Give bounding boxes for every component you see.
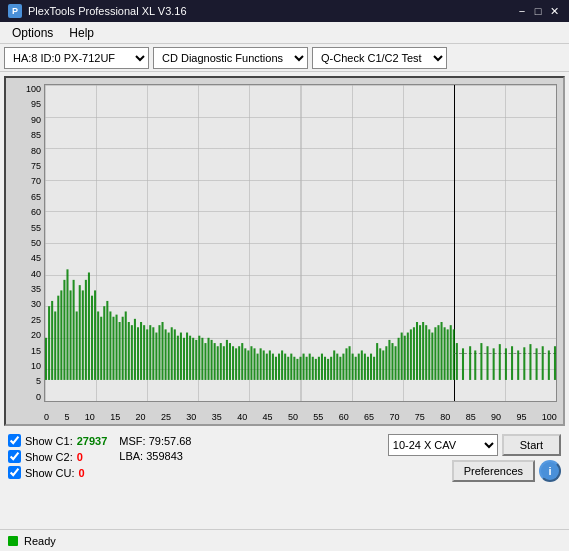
- svg-rect-68: [253, 348, 255, 380]
- svg-rect-1: [48, 306, 50, 380]
- svg-rect-30: [137, 327, 139, 380]
- svg-rect-100: [352, 354, 354, 380]
- lba-label: LBA:: [119, 450, 143, 462]
- speed-select[interactable]: 10-24 X CAV 4X 8X 16X 24X 32X 48X: [388, 434, 498, 456]
- svg-rect-120: [413, 327, 415, 380]
- svg-rect-37: [158, 325, 160, 380]
- menu-options[interactable]: Options: [4, 24, 61, 42]
- svg-rect-115: [398, 338, 400, 380]
- svg-rect-96: [339, 357, 341, 380]
- menu-help[interactable]: Help: [61, 24, 102, 42]
- preferences-button[interactable]: Preferences: [452, 460, 535, 482]
- svg-rect-64: [241, 343, 243, 380]
- svg-rect-45: [183, 338, 185, 380]
- chart-container: 100 95 90 85 80 75 70 65 60 55 50 45 40 …: [4, 76, 565, 426]
- close-button[interactable]: ✕: [547, 4, 561, 18]
- svg-rect-126: [431, 333, 433, 380]
- svg-rect-103: [361, 350, 363, 379]
- svg-rect-147: [536, 348, 538, 380]
- svg-rect-124: [425, 325, 427, 380]
- svg-rect-86: [309, 354, 311, 380]
- svg-rect-102: [358, 354, 360, 380]
- svg-rect-15: [91, 296, 93, 380]
- show-cu-label: Show CU:: [25, 467, 75, 479]
- svg-rect-146: [529, 344, 531, 380]
- show-c2-checkbox[interactable]: [8, 450, 21, 463]
- chart-svg: [45, 85, 556, 401]
- svg-rect-145: [523, 347, 525, 380]
- svg-rect-123: [422, 322, 424, 380]
- c1-value: 27937: [77, 435, 108, 447]
- svg-rect-39: [165, 329, 167, 380]
- show-c1-checkbox[interactable]: [8, 434, 21, 447]
- svg-rect-139: [487, 346, 489, 380]
- svg-rect-8: [70, 290, 72, 380]
- svg-rect-150: [554, 346, 556, 380]
- svg-rect-92: [327, 359, 329, 380]
- svg-rect-82: [296, 359, 298, 380]
- test-select[interactable]: Q-Check C1/C2 Test: [312, 47, 447, 69]
- svg-rect-110: [382, 350, 384, 379]
- chart-plot-area: [44, 84, 557, 402]
- svg-rect-38: [162, 322, 164, 380]
- msf-group: MSF: 79:57.68 LBA: 359843: [119, 434, 191, 462]
- svg-rect-65: [244, 348, 246, 380]
- start-button[interactable]: Start: [502, 434, 561, 456]
- svg-rect-19: [103, 306, 105, 380]
- svg-rect-17: [97, 311, 99, 379]
- svg-rect-53: [207, 338, 209, 380]
- svg-rect-90: [321, 354, 323, 380]
- svg-rect-2: [51, 301, 53, 380]
- svg-rect-66: [247, 350, 249, 379]
- svg-rect-69: [257, 354, 259, 380]
- function-select[interactable]: CD Diagnostic Functions: [153, 47, 308, 69]
- c2-row: Show C2: 0: [8, 450, 107, 463]
- svg-rect-55: [214, 343, 216, 380]
- svg-rect-49: [195, 340, 197, 380]
- drive-select[interactable]: HA:8 ID:0 PX-712UF: [4, 47, 149, 69]
- y-axis: 100 95 90 85 80 75 70 65 60 55 50 45 40 …: [6, 84, 44, 402]
- cu-value: 0: [79, 467, 85, 479]
- svg-rect-88: [315, 359, 317, 380]
- svg-rect-111: [385, 346, 387, 380]
- svg-rect-41: [171, 327, 173, 380]
- svg-rect-33: [146, 329, 148, 380]
- svg-rect-80: [290, 354, 292, 380]
- svg-rect-42: [174, 329, 176, 380]
- svg-rect-112: [388, 340, 390, 380]
- svg-rect-95: [336, 354, 338, 380]
- svg-rect-26: [125, 311, 127, 379]
- cu-row: Show CU: 0: [8, 466, 107, 479]
- svg-rect-119: [410, 329, 412, 380]
- msf-row: MSF: 79:57.68: [119, 435, 191, 447]
- svg-rect-94: [333, 350, 335, 379]
- svg-rect-71: [263, 350, 265, 379]
- checkbox-group: Show C1: 27937 Show C2: 0 Show CU: 0: [8, 434, 107, 479]
- svg-rect-109: [379, 348, 381, 380]
- maximize-button[interactable]: □: [531, 4, 545, 18]
- svg-rect-140: [493, 348, 495, 380]
- svg-rect-14: [88, 272, 90, 379]
- svg-rect-22: [112, 317, 114, 380]
- minimize-button[interactable]: −: [515, 4, 529, 18]
- show-cu-checkbox[interactable]: [8, 466, 21, 479]
- svg-rect-51: [201, 338, 203, 380]
- preferences-row: Preferences i: [452, 460, 561, 482]
- svg-rect-104: [364, 354, 366, 380]
- show-c1-label: Show C1:: [25, 435, 73, 447]
- toolbar: HA:8 ID:0 PX-712UF CD Diagnostic Functio…: [0, 44, 569, 72]
- svg-rect-75: [275, 357, 277, 380]
- svg-rect-142: [505, 348, 507, 380]
- svg-rect-16: [94, 290, 96, 380]
- svg-rect-128: [437, 325, 439, 380]
- svg-rect-35: [152, 327, 154, 380]
- svg-rect-138: [480, 343, 482, 380]
- svg-rect-36: [155, 333, 157, 380]
- status-bar: Ready: [0, 529, 569, 551]
- svg-rect-87: [312, 357, 314, 380]
- svg-rect-34: [149, 325, 151, 380]
- svg-rect-91: [324, 357, 326, 380]
- svg-rect-9: [73, 280, 75, 380]
- svg-rect-28: [131, 325, 133, 380]
- info-button[interactable]: i: [539, 460, 561, 482]
